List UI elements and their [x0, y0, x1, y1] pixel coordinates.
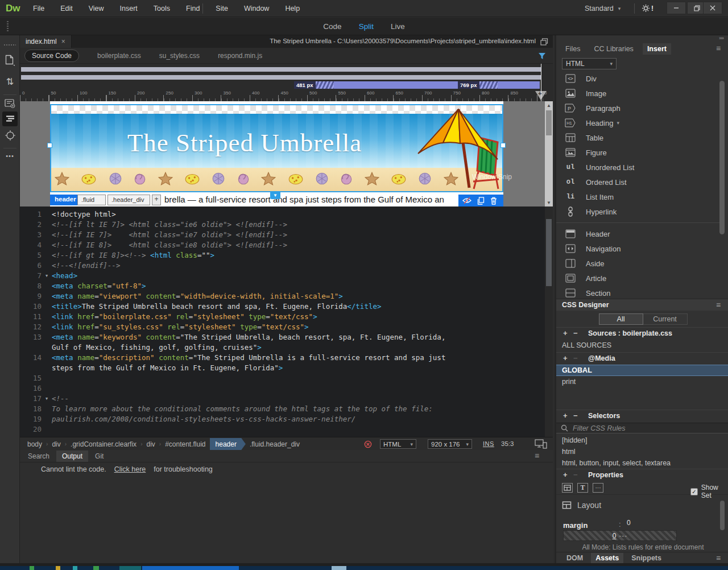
code-line[interactable]: 16 — [20, 383, 553, 394]
bottom-tab-snippets[interactable]: Snippets — [627, 553, 666, 563]
taskbar-active-item[interactable] — [142, 566, 239, 570]
code-line[interactable]: 6<!--<![endif]--> — [20, 261, 553, 271]
add-source-button[interactable]: + — [563, 329, 573, 337]
window-size-select[interactable]: 920 x 176 ▾ — [428, 439, 472, 449]
insert-item-header[interactable]: Header — [556, 226, 721, 241]
tag-crumb[interactable]: body — [23, 439, 46, 450]
guides-button[interactable] — [0, 130, 20, 141]
show-set-toggle[interactable]: ✓ Show Set — [690, 484, 728, 499]
output-tab-git[interactable]: Git — [89, 451, 109, 462]
taskbar-icon[interactable] — [30, 566, 34, 570]
bottom-tab-dom[interactable]: DOM — [562, 553, 588, 563]
insert-item-paragraph[interactable]: PParagraph — [556, 101, 721, 115]
tag-crumb[interactable]: .fluid.header_div — [246, 439, 304, 450]
scrollbar-thumb[interactable] — [546, 110, 552, 135]
code-line[interactable]: 17▼<!-- — [20, 394, 553, 404]
menu-item-tools[interactable]: Tools — [146, 5, 178, 13]
code-line[interactable]: 2<!--[if lt IE 7]> <html class="ie6 oldi… — [20, 220, 553, 230]
media-query-track-global[interactable] — [21, 67, 541, 72]
duplicate-icon[interactable] — [477, 197, 485, 205]
margin-box-value[interactable]: 0 — [613, 532, 617, 540]
add-class-button[interactable]: + — [152, 195, 161, 205]
code-line[interactable]: Gulf of Mexico, fishing, golf, golfing, … — [20, 342, 553, 353]
css-selector-row[interactable]: html — [556, 446, 728, 457]
tag-crumb[interactable]: .gridContainer.clearfix — [67, 439, 140, 450]
insert-item-article[interactable]: Article — [556, 271, 721, 286]
file-management-button[interactable]: ⇅ — [0, 76, 20, 87]
insert-item-table[interactable]: Table — [556, 130, 721, 145]
toolbar-grip[interactable] — [4, 44, 16, 46]
media-row-global[interactable]: GLOBAL — [556, 365, 728, 376]
media-query-track-print[interactable] — [21, 75, 541, 80]
remove-source-button[interactable]: − — [573, 329, 588, 337]
code-line[interactable]: 20 — [20, 424, 553, 435]
device-preview-icon[interactable] — [535, 439, 547, 449]
view-mode-code[interactable]: Code — [323, 22, 341, 31]
tag-crumb[interactable]: div — [48, 439, 64, 450]
media-row-print[interactable]: print — [556, 376, 728, 387]
trash-icon[interactable] — [490, 197, 497, 205]
panel-menu-icon[interactable]: ≡ — [716, 44, 721, 53]
code-line[interactable]: 13<meta name="keywords" content="The Str… — [20, 332, 553, 342]
menu-item-site[interactable]: Site — [208, 5, 236, 13]
troubleshooting-link[interactable]: Click here — [114, 465, 146, 473]
code-line[interactable]: 19paulirish.com/2008/conditional-stylesh… — [20, 414, 553, 424]
minimize-button[interactable] — [667, 2, 686, 14]
output-tab-output[interactable]: Output — [56, 451, 88, 462]
code-line[interactable]: 1<!doctype html> — [20, 209, 553, 220]
code-line[interactable]: 12<link href="su_styles.css" rel="styles… — [20, 322, 553, 332]
customize-toolbar-button[interactable]: ••• — [0, 152, 20, 159]
insert-item-image[interactable]: Image — [556, 86, 721, 101]
menu-item-view[interactable]: View — [81, 5, 112, 13]
add-selector-button[interactable]: + — [563, 411, 573, 420]
code-line[interactable]: 9<meta name="viewport" content="width=de… — [20, 291, 553, 301]
scrollbar-thumb[interactable] — [546, 219, 552, 286]
scrollbar-thumb[interactable] — [719, 81, 725, 234]
filter-css-rules-input[interactable]: Filter CSS Rules — [556, 423, 728, 433]
design-scrollbar[interactable]: ▲ ▼ — [545, 101, 553, 206]
scroll-up-icon[interactable]: ▲ — [545, 101, 553, 109]
panel-tab-cc-libraries[interactable]: CC Libraries — [589, 43, 638, 55]
filter-funnel-icon[interactable] — [538, 52, 546, 60]
more-properties-icon[interactable]: ··· — [593, 483, 603, 493]
code-line[interactable]: 10<title>The Striped Umbrella beach reso… — [20, 301, 553, 312]
workspace-switcher[interactable]: Standard ▾ — [585, 0, 621, 17]
code-line[interactable]: 3<!--[if IE 7]> <html class="ie7 oldie">… — [20, 230, 553, 240]
open-documents-button[interactable] — [0, 55, 20, 66]
taskbar-icon[interactable] — [56, 566, 60, 570]
insert-item-hyperlink[interactable]: Hyperlink — [556, 204, 721, 219]
code-line[interactable]: 8<meta charset="utf-8"> — [20, 281, 553, 291]
related-file[interactable]: boilerplate.css — [97, 52, 141, 60]
selection-handle-left[interactable] — [47, 143, 52, 148]
document-tab[interactable]: index.html × — [20, 35, 72, 48]
element-display-arrow[interactable]: ▼ — [270, 191, 280, 199]
scroll-down-icon[interactable]: ▼ — [545, 199, 553, 206]
code-line[interactable]: 18To learn more about the conditional co… — [20, 404, 553, 414]
live-view[interactable]: The Striped Umbrella 25 Beachside Dr. • … — [20, 101, 553, 206]
panel-menu-icon[interactable]: ≡ — [716, 300, 721, 309]
code-line[interactable]: 15 — [20, 373, 553, 383]
code-line[interactable]: 7▼<head> — [20, 271, 553, 281]
taskbar-item[interactable] — [332, 566, 346, 570]
remove-property-button[interactable]: − — [573, 470, 588, 479]
element-display-tag[interactable]: header — [50, 195, 81, 205]
panel-tab-files[interactable]: Files — [561, 43, 585, 55]
code-scrollbar[interactable] — [545, 206, 553, 437]
close-button[interactable] — [703, 2, 722, 14]
remove-media-button[interactable]: − — [573, 354, 588, 362]
insert-item-heading[interactable]: H1Heading▾ — [556, 115, 721, 130]
menu-item-edit[interactable]: Edit — [52, 5, 81, 13]
margin-box-diagram[interactable]: 0 --- — [563, 530, 677, 541]
collapse-panels-icon[interactable]: »» — [719, 35, 723, 41]
related-file[interactable]: su_styles.css — [159, 52, 200, 60]
hide-eye-icon[interactable] — [462, 197, 471, 204]
taskbar-item[interactable] — [119, 566, 141, 570]
sync-settings-button[interactable]: ! — [642, 4, 653, 13]
media-query-strip[interactable]: 481 px 769 px — [294, 81, 540, 89]
stacked-windows-icon[interactable] — [540, 38, 548, 46]
margin-value[interactable]: 0 — [627, 519, 631, 527]
code-line[interactable]: 4<!--[if IE 8]> <html class="ie8 oldie">… — [20, 240, 553, 250]
panel-menu-icon[interactable]: ≡ — [716, 554, 721, 563]
doc-type-select[interactable]: HTML ▾ — [380, 439, 416, 449]
code-editor[interactable]: 1<!doctype html>2<!--[if lt IE 7]> <html… — [20, 206, 553, 437]
